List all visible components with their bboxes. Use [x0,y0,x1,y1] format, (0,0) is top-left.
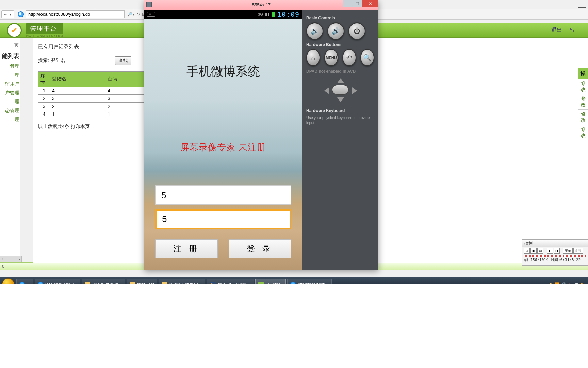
recorder-status: 帧:156/1014 时间:0:31/3:22 [522,257,588,263]
horizontal-scrollbar[interactable]: ‹› [0,256,22,262]
platform-logo-icon: ✔ [7,23,22,38]
login-form: 注 册 登 录 [144,185,302,258]
back-button[interactable]: ↶ [342,49,356,66]
recorder-title: 控制 [522,240,588,247]
dpad-right-icon [352,87,357,94]
search-prefix-label: 搜索: [38,58,49,64]
status-count: 0 [2,264,4,269]
refresh-icon[interactable]: ↻ [136,12,140,17]
android-screen[interactable]: 3G ▮▮ 10:09 手机微博系统 屏幕录像专家 未注册 注 册 登 录 [144,10,302,270]
cell-login: 3 [50,95,105,103]
minimize-button[interactable]: — [343,0,353,7]
volume-up-button[interactable]: 🔊 [327,22,344,40]
dpad [322,76,359,104]
scroll-right-icon[interactable]: › [17,257,21,261]
platform-title: 管理平台 [26,23,63,34]
search-field-label: 登陆名: [51,58,67,64]
forward-arrow-icon[interactable]: ▾ [8,12,13,17]
sidebar-item[interactable]: 理 [0,115,20,124]
print-icon[interactable]: 🖶 [569,27,574,33]
col-index: 序号 [38,72,50,87]
cell-password: 2 [105,103,147,110]
cell-index: 1 [38,87,50,95]
emulator-app-icon [146,2,152,7]
emulator-titlebar[interactable]: 5554:a17 — ☐ ✕ [144,0,378,10]
col-login: 登陆名 [50,72,105,87]
action-column: 操 修改 修改 修改 修改 [578,68,588,140]
sidebar-item[interactable]: 理 [0,97,20,106]
dpad-up-icon [337,78,344,83]
url-field[interactable]: http://localhost:8080/ys/login.do [26,10,125,18]
register-button[interactable]: 注 册 [155,239,218,258]
cell-password: 1 [105,110,147,118]
maximize-button[interactable]: ☐ [353,0,362,7]
back-arrow-icon[interactable]: ← [3,12,8,17]
sidebar-item[interactable]: 理 [0,71,20,80]
app-title: 手机微博系统 [144,63,302,80]
sidebar-item[interactable]: 管理 [0,62,20,71]
window-controls: — ☐ ✕ [343,0,378,7]
search-input[interactable] [69,57,113,65]
table-row: 144 [38,87,147,95]
cell-password: 4 [105,87,147,95]
cell-login: 1 [50,110,105,118]
battery-icon [272,12,275,17]
power-button[interactable]: ⏻ [348,22,365,40]
sidebar-item[interactable]: 态管理 [0,106,20,115]
search-button[interactable]: 🔍 [360,49,374,66]
edit-link[interactable]: 修改 [578,94,588,110]
recorder-menu-button[interactable]: 菜单 [563,248,573,254]
hw-keyboard-label: Hardware Keyboard [306,108,374,113]
table-row: 411 [38,110,147,118]
scroll-left-icon[interactable]: ‹ [0,257,4,261]
recorder-btn-5[interactable]: ◨ [554,248,560,254]
edit-link[interactable]: 修改 [578,110,588,125]
recorder-btn-4[interactable]: ◧ [547,248,553,254]
cell-index: 3 [38,103,50,110]
edit-link[interactable]: 修改 [578,125,588,140]
emulator-window: 5554:a17 — ☐ ✕ 3G ▮▮ 10:09 手机微博系统 屏幕录像专家… [144,0,378,270]
logout-link[interactable]: 退出 [551,27,562,34]
sidebar-header: 能列表 [0,50,20,62]
sidebar-top-tab[interactable]: 顶 [0,41,20,50]
edit-link[interactable]: 修改 [578,79,588,94]
recorder-more-button[interactable]: 多节 [573,248,583,254]
username-input[interactable] [155,185,291,205]
dpad-center [332,85,349,95]
search-button[interactable]: 查找 [115,56,131,65]
addr-tools: 🔎▾ ↻ ▤ [127,12,146,17]
col-password: 密码 [105,72,147,87]
hardware-buttons-label: Hardware Buttons [306,42,374,47]
cell-index: 2 [38,95,50,103]
search-dropdown-icon[interactable]: 🔎▾ [127,12,134,17]
dpad-label: DPAD not enabled in AVD [306,69,374,74]
android-status-bar: 3G ▮▮ 10:09 [144,10,302,19]
signal-icon: ▮▮ [265,12,270,17]
recorder-btn-2[interactable]: ▣ [530,248,537,254]
blank-area [0,284,588,368]
user-table: 序号 登陆名 密码 144233322411 [38,71,147,118]
cell-password: 3 [105,95,147,103]
home-button[interactable]: ⌂ [306,49,320,66]
sidebar-item[interactable]: 留用户 [0,80,20,89]
recorder-control-panel[interactable]: 控制 □ ▣ ▤ ◧ ◨ 菜单 多节 帧:156/1014 时间:0:31/3:… [522,239,588,266]
action-column-header: 操 [578,68,588,79]
volume-down-button[interactable]: 🔉 [306,22,323,40]
hw-keyboard-note: Use your physical keyboard to provide in… [306,115,374,126]
emulator-window-title: 5554:a17 [252,2,271,7]
close-button[interactable]: ✕ [362,0,378,7]
far-minimize-icon[interactable]: — [578,3,586,12]
cell-index: 4 [38,110,50,118]
dpad-down-icon [337,97,344,102]
recorder-btn-1[interactable]: □ [524,248,530,254]
menu-button[interactable]: MENU [324,49,338,66]
cell-login: 4 [50,87,105,95]
password-input[interactable] [155,209,291,229]
recorder-btn-3[interactable]: ▤ [537,248,543,254]
sidebar-item[interactable]: 户管理 [0,89,20,97]
url-text: http://localhost:8080/ys/login.do [28,12,90,17]
basic-controls-label: Basic Controls [306,16,374,20]
login-button[interactable]: 登 录 [229,239,291,258]
cell-login: 2 [50,103,105,110]
table-row: 322 [38,103,147,110]
